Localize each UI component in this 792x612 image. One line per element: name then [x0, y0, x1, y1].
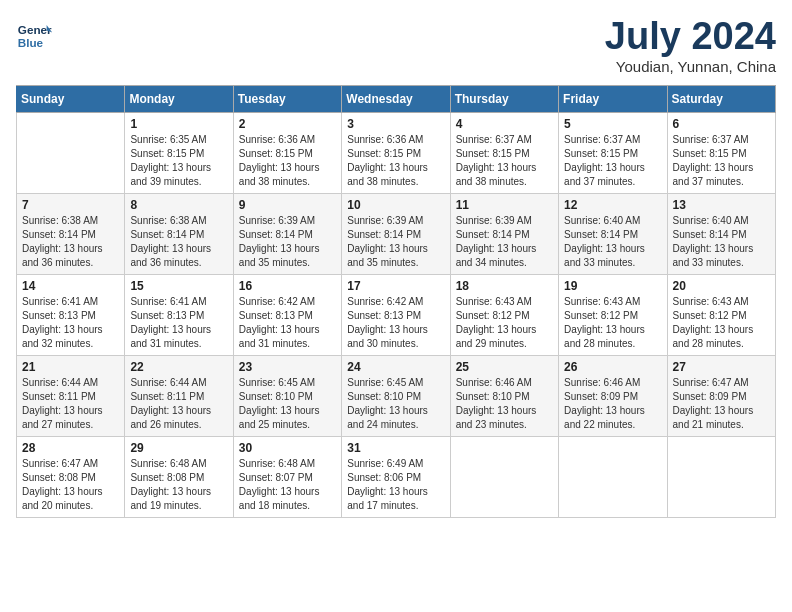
- day-info: Sunrise: 6:37 AMSunset: 8:15 PMDaylight:…: [456, 133, 553, 189]
- calendar-cell: 17Sunrise: 6:42 AMSunset: 8:13 PMDayligh…: [342, 274, 450, 355]
- day-number: 2: [239, 117, 336, 131]
- logo: General Blue: [16, 16, 52, 52]
- calendar-table: SundayMondayTuesdayWednesdayThursdayFrid…: [16, 85, 776, 518]
- weekday-header-thursday: Thursday: [450, 85, 558, 112]
- weekday-header-saturday: Saturday: [667, 85, 775, 112]
- title-block: July 2024 Youdian, Yunnan, China: [605, 16, 776, 75]
- day-info: Sunrise: 6:36 AMSunset: 8:15 PMDaylight:…: [347, 133, 444, 189]
- day-number: 11: [456, 198, 553, 212]
- calendar-cell: 18Sunrise: 6:43 AMSunset: 8:12 PMDayligh…: [450, 274, 558, 355]
- calendar-cell: 13Sunrise: 6:40 AMSunset: 8:14 PMDayligh…: [667, 193, 775, 274]
- day-info: Sunrise: 6:41 AMSunset: 8:13 PMDaylight:…: [130, 295, 227, 351]
- day-info: Sunrise: 6:44 AMSunset: 8:11 PMDaylight:…: [22, 376, 119, 432]
- day-info: Sunrise: 6:47 AMSunset: 8:09 PMDaylight:…: [673, 376, 770, 432]
- calendar-cell: 26Sunrise: 6:46 AMSunset: 8:09 PMDayligh…: [559, 355, 667, 436]
- calendar-cell: 15Sunrise: 6:41 AMSunset: 8:13 PMDayligh…: [125, 274, 233, 355]
- day-info: Sunrise: 6:40 AMSunset: 8:14 PMDaylight:…: [673, 214, 770, 270]
- calendar-cell: 2Sunrise: 6:36 AMSunset: 8:15 PMDaylight…: [233, 112, 341, 193]
- calendar-cell: 27Sunrise: 6:47 AMSunset: 8:09 PMDayligh…: [667, 355, 775, 436]
- day-info: Sunrise: 6:45 AMSunset: 8:10 PMDaylight:…: [239, 376, 336, 432]
- weekday-header-friday: Friday: [559, 85, 667, 112]
- day-info: Sunrise: 6:45 AMSunset: 8:10 PMDaylight:…: [347, 376, 444, 432]
- day-number: 21: [22, 360, 119, 374]
- day-number: 19: [564, 279, 661, 293]
- calendar-cell: 11Sunrise: 6:39 AMSunset: 8:14 PMDayligh…: [450, 193, 558, 274]
- day-number: 17: [347, 279, 444, 293]
- calendar-cell: [667, 436, 775, 517]
- calendar-cell: 19Sunrise: 6:43 AMSunset: 8:12 PMDayligh…: [559, 274, 667, 355]
- calendar-cell: 10Sunrise: 6:39 AMSunset: 8:14 PMDayligh…: [342, 193, 450, 274]
- day-number: 7: [22, 198, 119, 212]
- calendar-cell: 21Sunrise: 6:44 AMSunset: 8:11 PMDayligh…: [17, 355, 125, 436]
- calendar-cell: [17, 112, 125, 193]
- calendar-week-row: 14Sunrise: 6:41 AMSunset: 8:13 PMDayligh…: [17, 274, 776, 355]
- day-number: 31: [347, 441, 444, 455]
- day-info: Sunrise: 6:42 AMSunset: 8:13 PMDaylight:…: [347, 295, 444, 351]
- svg-text:Blue: Blue: [18, 36, 44, 49]
- calendar-cell: 16Sunrise: 6:42 AMSunset: 8:13 PMDayligh…: [233, 274, 341, 355]
- day-info: Sunrise: 6:47 AMSunset: 8:08 PMDaylight:…: [22, 457, 119, 513]
- calendar-cell: 20Sunrise: 6:43 AMSunset: 8:12 PMDayligh…: [667, 274, 775, 355]
- calendar-cell: 6Sunrise: 6:37 AMSunset: 8:15 PMDaylight…: [667, 112, 775, 193]
- day-number: 23: [239, 360, 336, 374]
- day-info: Sunrise: 6:39 AMSunset: 8:14 PMDaylight:…: [456, 214, 553, 270]
- calendar-cell: 7Sunrise: 6:38 AMSunset: 8:14 PMDaylight…: [17, 193, 125, 274]
- calendar-cell: 12Sunrise: 6:40 AMSunset: 8:14 PMDayligh…: [559, 193, 667, 274]
- weekday-header-row: SundayMondayTuesdayWednesdayThursdayFrid…: [17, 85, 776, 112]
- day-info: Sunrise: 6:46 AMSunset: 8:10 PMDaylight:…: [456, 376, 553, 432]
- calendar-week-row: 7Sunrise: 6:38 AMSunset: 8:14 PMDaylight…: [17, 193, 776, 274]
- day-number: 30: [239, 441, 336, 455]
- day-number: 8: [130, 198, 227, 212]
- day-number: 10: [347, 198, 444, 212]
- page-header: General Blue July 2024 Youdian, Yunnan, …: [16, 16, 776, 75]
- day-info: Sunrise: 6:43 AMSunset: 8:12 PMDaylight:…: [456, 295, 553, 351]
- calendar-week-row: 1Sunrise: 6:35 AMSunset: 8:15 PMDaylight…: [17, 112, 776, 193]
- day-number: 18: [456, 279, 553, 293]
- month-title: July 2024: [605, 16, 776, 58]
- day-number: 22: [130, 360, 227, 374]
- calendar-week-row: 28Sunrise: 6:47 AMSunset: 8:08 PMDayligh…: [17, 436, 776, 517]
- day-number: 4: [456, 117, 553, 131]
- day-number: 20: [673, 279, 770, 293]
- day-info: Sunrise: 6:36 AMSunset: 8:15 PMDaylight:…: [239, 133, 336, 189]
- logo-icon: General Blue: [16, 16, 52, 52]
- location-subtitle: Youdian, Yunnan, China: [605, 58, 776, 75]
- day-number: 26: [564, 360, 661, 374]
- day-number: 28: [22, 441, 119, 455]
- day-number: 3: [347, 117, 444, 131]
- calendar-cell: 14Sunrise: 6:41 AMSunset: 8:13 PMDayligh…: [17, 274, 125, 355]
- day-number: 24: [347, 360, 444, 374]
- day-info: Sunrise: 6:46 AMSunset: 8:09 PMDaylight:…: [564, 376, 661, 432]
- calendar-cell: 22Sunrise: 6:44 AMSunset: 8:11 PMDayligh…: [125, 355, 233, 436]
- day-number: 16: [239, 279, 336, 293]
- day-info: Sunrise: 6:38 AMSunset: 8:14 PMDaylight:…: [130, 214, 227, 270]
- day-number: 13: [673, 198, 770, 212]
- day-info: Sunrise: 6:40 AMSunset: 8:14 PMDaylight:…: [564, 214, 661, 270]
- day-info: Sunrise: 6:43 AMSunset: 8:12 PMDaylight:…: [564, 295, 661, 351]
- calendar-cell: 4Sunrise: 6:37 AMSunset: 8:15 PMDaylight…: [450, 112, 558, 193]
- day-info: Sunrise: 6:43 AMSunset: 8:12 PMDaylight:…: [673, 295, 770, 351]
- day-info: Sunrise: 6:37 AMSunset: 8:15 PMDaylight:…: [673, 133, 770, 189]
- day-number: 9: [239, 198, 336, 212]
- day-info: Sunrise: 6:41 AMSunset: 8:13 PMDaylight:…: [22, 295, 119, 351]
- day-info: Sunrise: 6:39 AMSunset: 8:14 PMDaylight:…: [347, 214, 444, 270]
- day-info: Sunrise: 6:42 AMSunset: 8:13 PMDaylight:…: [239, 295, 336, 351]
- calendar-cell: [450, 436, 558, 517]
- calendar-cell: 9Sunrise: 6:39 AMSunset: 8:14 PMDaylight…: [233, 193, 341, 274]
- day-info: Sunrise: 6:35 AMSunset: 8:15 PMDaylight:…: [130, 133, 227, 189]
- day-number: 14: [22, 279, 119, 293]
- day-info: Sunrise: 6:38 AMSunset: 8:14 PMDaylight:…: [22, 214, 119, 270]
- calendar-cell: 29Sunrise: 6:48 AMSunset: 8:08 PMDayligh…: [125, 436, 233, 517]
- calendar-cell: 25Sunrise: 6:46 AMSunset: 8:10 PMDayligh…: [450, 355, 558, 436]
- calendar-cell: 23Sunrise: 6:45 AMSunset: 8:10 PMDayligh…: [233, 355, 341, 436]
- calendar-cell: 1Sunrise: 6:35 AMSunset: 8:15 PMDaylight…: [125, 112, 233, 193]
- calendar-week-row: 21Sunrise: 6:44 AMSunset: 8:11 PMDayligh…: [17, 355, 776, 436]
- calendar-cell: 28Sunrise: 6:47 AMSunset: 8:08 PMDayligh…: [17, 436, 125, 517]
- weekday-header-monday: Monday: [125, 85, 233, 112]
- day-number: 1: [130, 117, 227, 131]
- weekday-header-tuesday: Tuesday: [233, 85, 341, 112]
- day-number: 5: [564, 117, 661, 131]
- calendar-cell: 5Sunrise: 6:37 AMSunset: 8:15 PMDaylight…: [559, 112, 667, 193]
- day-number: 27: [673, 360, 770, 374]
- calendar-cell: 3Sunrise: 6:36 AMSunset: 8:15 PMDaylight…: [342, 112, 450, 193]
